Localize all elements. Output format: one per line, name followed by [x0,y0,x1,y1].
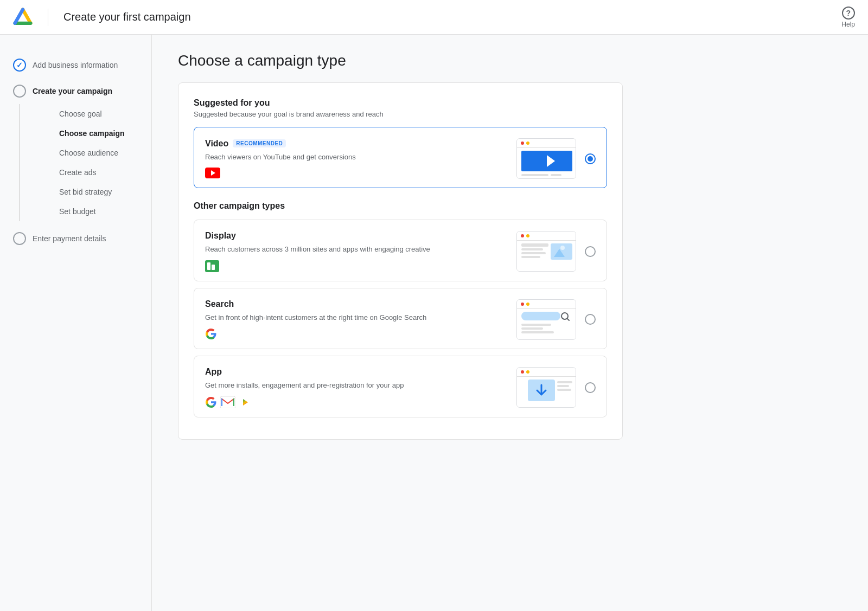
svg-rect-46 [517,376,576,377]
svg-rect-36 [521,331,554,333]
svg-rect-38 [220,396,235,408]
radio-inner-video [588,156,593,162]
campaign-desc-display: Reach customers across 3 million sites a… [205,244,508,255]
campaign-desc-video: Reach viewers on YouTube and get convers… [205,152,508,163]
svg-point-25 [560,246,565,250]
sidebar-subitem-create-ads[interactable]: Create ads [53,163,151,182]
sidebar-label-campaign: Create your campaign [33,87,112,95]
svg-point-29 [526,303,529,306]
help-label: Help [841,21,855,28]
main-content: Choose a campaign type Suggested for you… [152,35,868,611]
header: Create your first campaign ? Help [0,0,868,35]
campaign-type-container: Suggested for you Suggested because your… [178,82,623,440]
radio-search[interactable] [585,314,596,325]
play-store-icon [239,396,251,408]
display-network-icon [205,260,219,272]
campaign-card-search-content: Search Get in front of high-intent custo… [205,299,508,340]
svg-rect-40 [233,398,234,406]
campaign-name-search: Search [205,299,234,309]
sidebar-subitem-choose-campaign[interactable]: Choose campaign [53,124,151,143]
svg-rect-51 [557,389,571,391]
campaign-card-search[interactable]: Search Get in front of high-intent custo… [194,288,607,350]
header-divider [48,9,48,26]
campaign-name-app: App [205,367,222,377]
radio-app[interactable] [585,382,596,393]
sidebar-subitem-choose-goal[interactable]: Choose goal [53,104,151,124]
campaign-card-display[interactable]: Display Reach customers across 3 million… [194,220,607,281]
sidebar-subitem-set-bid[interactable]: Set bid strategy [53,182,151,202]
suggested-section-subtitle: Suggested because your goal is brand awa… [194,110,607,118]
radio-video[interactable] [585,153,596,164]
campaign-icons-display [205,260,508,272]
sidebar-item-add-business[interactable]: ✓ Add business information [0,52,151,78]
video-illustration [516,138,576,179]
svg-rect-23 [551,243,572,260]
svg-line-1 [23,9,30,23]
campaign-card-app-content: App Get more installs, engagement and pr… [205,367,508,408]
campaign-card-video-title-row: Video RECOMMENDED [205,139,508,149]
sidebar-subitem-set-budget[interactable]: Set budget [53,202,151,221]
campaign-card-video[interactable]: Video RECOMMENDED Reach viewers on YouTu… [194,127,607,188]
campaign-name-video: Video [205,139,228,149]
radio-display[interactable] [585,246,596,257]
sidebar-subitems: Choose goal Choose campaign Choose audie… [19,104,151,221]
suggested-section-title: Suggested for you [194,98,607,108]
svg-point-6 [526,142,529,145]
svg-rect-18 [517,240,576,241]
youtube-play-icon [211,170,215,176]
campaign-icons-search [205,328,508,340]
svg-rect-22 [521,256,540,258]
display-illustration [516,231,576,272]
check-icon: ✓ [16,61,23,69]
svg-rect-14 [212,265,215,270]
campaign-card-display-content: Display Reach customers across 3 million… [205,231,508,272]
sidebar-label-payment: Enter payment details [33,234,106,243]
svg-point-44 [521,370,524,374]
svg-point-45 [526,370,529,374]
svg-point-17 [526,234,529,237]
recommended-badge: RECOMMENDED [233,139,286,147]
svg-line-3 [15,9,23,23]
campaign-card-display-title-row: Display [205,231,508,241]
page-title: Choose a campaign type [178,52,842,69]
svg-rect-19 [521,243,548,247]
campaign-card-video-content: Video RECOMMENDED Reach viewers on YouTu… [205,139,508,179]
sidebar: ✓ Add business information Create your c… [0,35,152,611]
step-icon-payment [13,232,26,245]
svg-rect-21 [521,252,546,254]
youtube-icon [205,168,220,178]
sidebar-subitem-choose-audience[interactable]: Choose audience [53,143,151,163]
svg-rect-30 [517,308,576,309]
svg-rect-35 [521,327,543,330]
svg-rect-7 [517,147,576,148]
gmail-icon [220,396,235,408]
header-title: Create your first campaign [63,11,191,23]
campaign-card-app-title-row: App [205,367,508,377]
svg-rect-11 [551,174,561,176]
google-g-icon-app [205,396,217,408]
svg-point-5 [521,142,524,145]
campaign-card-app[interactable]: App Get more installs, engagement and pr… [194,356,607,417]
step-icon-campaign [13,85,26,98]
svg-point-16 [521,234,524,237]
campaign-desc-app: Get more installs, engagement and pre-re… [205,380,508,391]
campaign-desc-search: Get in front of high-intent customers at… [205,312,508,323]
app-illustration [516,367,576,408]
help-icon: ? [842,7,855,20]
svg-rect-13 [207,262,210,270]
svg-rect-49 [557,381,572,383]
svg-point-28 [521,303,524,306]
campaign-icons-video [205,168,508,178]
svg-rect-39 [221,398,222,406]
sidebar-item-payment[interactable]: Enter payment details [0,226,151,252]
sidebar-item-create-campaign[interactable]: Create your campaign [0,78,151,104]
logo-area: Create your first campaign [13,8,191,27]
other-section-title: Other campaign types [194,201,607,211]
help-button[interactable]: ? Help [841,7,855,28]
campaign-icons-app [205,396,508,408]
campaign-name-display: Display [205,231,236,241]
svg-rect-34 [521,324,551,326]
sidebar-label-business: Add business information [33,61,118,69]
google-g-icon [205,328,217,340]
campaign-card-search-title-row: Search [205,299,508,309]
